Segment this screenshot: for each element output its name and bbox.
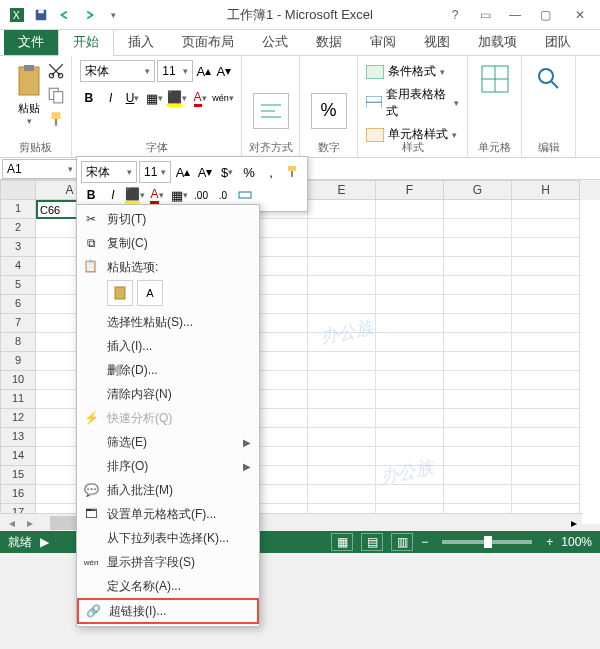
paste-option-values[interactable]: A (137, 280, 163, 306)
cell[interactable] (376, 485, 444, 504)
bold-button[interactable]: B (80, 88, 98, 108)
ctx-show-phonetic[interactable]: wén显示拼音字段(S) (77, 550, 259, 574)
ctx-sort[interactable]: 排序(O)▶ (77, 454, 259, 478)
cell[interactable] (444, 219, 512, 238)
ctx-clear[interactable]: 清除内容(N) (77, 382, 259, 406)
row-header[interactable]: 13 (0, 428, 36, 447)
col-header[interactable]: H (512, 180, 580, 200)
cell[interactable] (376, 276, 444, 295)
mini-merge[interactable] (235, 185, 255, 205)
cell[interactable] (444, 447, 512, 466)
tab-layout[interactable]: 页面布局 (168, 29, 248, 55)
cell[interactable] (308, 390, 376, 409)
italic-button[interactable]: I (102, 88, 120, 108)
ribbon-options-button[interactable]: ▭ (470, 0, 500, 30)
row-header[interactable]: 6 (0, 295, 36, 314)
mini-bold[interactable]: B (81, 185, 101, 205)
underline-button[interactable]: U▾ (124, 88, 142, 108)
cell[interactable] (512, 428, 580, 447)
ctx-cut[interactable]: ✂剪切(T) (77, 207, 259, 231)
cell[interactable] (512, 238, 580, 257)
conditional-format-button[interactable]: 条件格式▾ (366, 63, 459, 80)
view-page-break-button[interactable]: ▥ (391, 533, 413, 551)
cell[interactable] (376, 333, 444, 352)
row-header[interactable]: 12 (0, 409, 36, 428)
grow-font-icon[interactable]: A▴ (195, 61, 213, 81)
mini-increase-decimal[interactable]: .0 (213, 185, 233, 205)
cell[interactable] (376, 238, 444, 257)
cell[interactable] (308, 276, 376, 295)
paste-button[interactable]: 粘贴 ▾ (8, 60, 50, 130)
cell[interactable] (376, 314, 444, 333)
cell[interactable] (512, 447, 580, 466)
cell[interactable] (308, 295, 376, 314)
cell[interactable] (512, 257, 580, 276)
ctx-filter[interactable]: 筛选(E)▶ (77, 430, 259, 454)
tab-review[interactable]: 审阅 (356, 29, 410, 55)
row-header[interactable]: 16 (0, 485, 36, 504)
cell[interactable] (308, 314, 376, 333)
cell[interactable] (376, 352, 444, 371)
cell[interactable] (444, 371, 512, 390)
cell[interactable] (512, 409, 580, 428)
qat-more-icon[interactable]: ▾ (102, 4, 124, 26)
tab-formula[interactable]: 公式 (248, 29, 302, 55)
mini-accounting-icon[interactable]: $▾ (217, 162, 237, 182)
mini-font-combo[interactable]: 宋体▾ (81, 161, 137, 183)
cell[interactable] (308, 485, 376, 504)
mini-italic[interactable]: I (103, 185, 123, 205)
row-header[interactable]: 7 (0, 314, 36, 333)
cell[interactable] (512, 390, 580, 409)
cell[interactable] (308, 409, 376, 428)
border-button[interactable]: ▦▾ (145, 88, 163, 108)
align-icon[interactable] (253, 93, 289, 129)
mini-font-color[interactable]: A▾ (147, 185, 167, 205)
macro-record-icon[interactable]: ▶ (40, 535, 49, 549)
cell[interactable] (512, 333, 580, 352)
cell[interactable] (308, 257, 376, 276)
row-header[interactable]: 4 (0, 257, 36, 276)
row-header[interactable]: 10 (0, 371, 36, 390)
ctx-pick-from-list[interactable]: 从下拉列表中选择(K)... (77, 526, 259, 550)
cut-icon[interactable] (47, 62, 65, 80)
cell[interactable] (444, 409, 512, 428)
row-header[interactable]: 3 (0, 238, 36, 257)
cell[interactable] (512, 200, 580, 219)
row-header[interactable]: 14 (0, 447, 36, 466)
col-header[interactable]: F (376, 180, 444, 200)
cell[interactable] (512, 219, 580, 238)
find-icon[interactable] (534, 64, 564, 94)
cell[interactable] (444, 276, 512, 295)
shrink-font-icon[interactable]: A▾ (215, 61, 233, 81)
tab-insert[interactable]: 插入 (114, 29, 168, 55)
fill-color-button[interactable]: ⬛▾ (167, 88, 187, 108)
cell[interactable] (512, 352, 580, 371)
mini-percent-icon[interactable]: % (239, 162, 259, 182)
font-color-button[interactable]: A▾ (191, 88, 209, 108)
paste-option-default[interactable] (107, 280, 133, 306)
ctx-delete[interactable]: 删除(D)... (77, 358, 259, 382)
cell[interactable] (308, 200, 376, 219)
ctx-paste-special[interactable]: 选择性粘贴(S)... (77, 310, 259, 334)
number-format-icon[interactable]: % (311, 93, 347, 129)
font-size-combo[interactable]: 11▾ (157, 60, 192, 82)
ctx-insert-comment[interactable]: 💬插入批注(M) (77, 478, 259, 502)
row-header[interactable]: 11 (0, 390, 36, 409)
cell[interactable] (376, 466, 444, 485)
help-button[interactable]: ? (440, 0, 470, 30)
cell[interactable] (444, 314, 512, 333)
zoom-slider-thumb[interactable] (484, 536, 492, 548)
ctx-hyperlink[interactable]: 🔗超链接(I)... (77, 598, 259, 624)
cell[interactable] (376, 257, 444, 276)
zoom-in-button[interactable]: + (546, 535, 553, 549)
mini-decrease-decimal[interactable]: .00 (191, 185, 211, 205)
copy-icon[interactable] (47, 86, 65, 104)
scroll-right-button[interactable]: ▸ (566, 516, 582, 530)
cell[interactable] (376, 371, 444, 390)
cell[interactable] (308, 428, 376, 447)
ctx-copy[interactable]: ⧉复制(C) (77, 231, 259, 255)
cell[interactable] (308, 447, 376, 466)
cell[interactable] (444, 295, 512, 314)
cell[interactable] (308, 333, 376, 352)
cell[interactable] (376, 200, 444, 219)
